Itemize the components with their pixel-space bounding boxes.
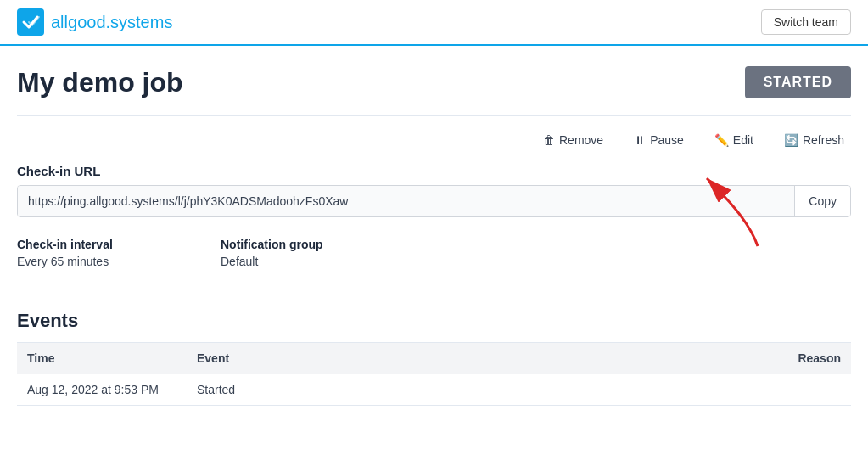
events-table: Time Event Reason Aug 12, 2022 at 9:53 P…: [17, 342, 851, 406]
refresh-label: Refresh: [803, 133, 844, 147]
edit-button[interactable]: ✏️ Edit: [708, 130, 760, 150]
col-time: Time: [17, 343, 187, 374]
status-badge: STARTED: [745, 66, 851, 98]
logo-icon: [17, 8, 44, 36]
cell-time: Aug 12, 2022 at 9:53 PM: [17, 374, 187, 406]
checkin-url-section: Check-in URL Copy: [17, 164, 851, 217]
title-row: My demo job STARTED: [17, 66, 851, 98]
checkin-url-label: Check-in URL: [17, 164, 851, 178]
edit-label: Edit: [733, 133, 753, 147]
logo-brand: allgood.systems: [51, 13, 172, 32]
notification-block: Notification group Default: [221, 238, 390, 268]
copy-button[interactable]: Copy: [794, 186, 850, 216]
logo-suffix-text: systems: [110, 13, 172, 31]
table-row: Aug 12, 2022 at 9:53 PM Started: [17, 374, 851, 406]
refresh-button[interactable]: 🔄 Refresh: [777, 130, 851, 150]
events-title: Events: [17, 310, 851, 332]
trash-icon: 🗑: [543, 133, 555, 147]
col-event: Event: [187, 343, 783, 374]
notification-label: Notification group: [221, 238, 390, 251]
events-section: Events Time Event Reason Aug 12, 2022 at…: [17, 310, 851, 406]
col-reason: Reason: [783, 343, 851, 374]
cell-event: Started: [187, 374, 783, 406]
checkin-url-input[interactable]: [18, 186, 794, 216]
remove-button[interactable]: 🗑 Remove: [536, 130, 610, 150]
info-section: Check-in interval Every 65 minutes Notif…: [17, 238, 851, 289]
events-table-body: Aug 12, 2022 at 9:53 PM Started: [17, 374, 851, 406]
title-divider: [17, 115, 851, 116]
action-bar: 🗑 Remove ⏸ Pause ✏️ Edit 🔄 Refresh: [17, 130, 851, 150]
logo-brand-text: allgood.: [51, 13, 110, 31]
url-row: Copy: [17, 185, 851, 217]
interval-value: Every 65 minutes: [17, 255, 187, 268]
switch-team-button[interactable]: Switch team: [761, 9, 851, 35]
edit-icon: ✏️: [714, 133, 729, 147]
notification-value: Default: [221, 255, 390, 268]
svg-rect-0: [17, 8, 44, 36]
page-title: My demo job: [17, 67, 183, 98]
interval-label: Check-in interval: [17, 238, 187, 251]
app-header: allgood.systems Switch team: [0, 0, 868, 46]
pause-icon: ⏸: [634, 133, 646, 147]
events-table-header: Time Event Reason: [17, 343, 851, 374]
main-content: My demo job STARTED 🗑 Remove ⏸ Pause ✏️ …: [0, 46, 868, 426]
pause-button[interactable]: ⏸ Pause: [627, 130, 691, 150]
refresh-icon: 🔄: [784, 133, 798, 147]
remove-label: Remove: [559, 133, 603, 147]
cell-reason: [783, 374, 851, 406]
interval-block: Check-in interval Every 65 minutes: [17, 238, 187, 268]
logo-area: allgood.systems: [17, 8, 172, 36]
pause-label: Pause: [650, 133, 684, 147]
